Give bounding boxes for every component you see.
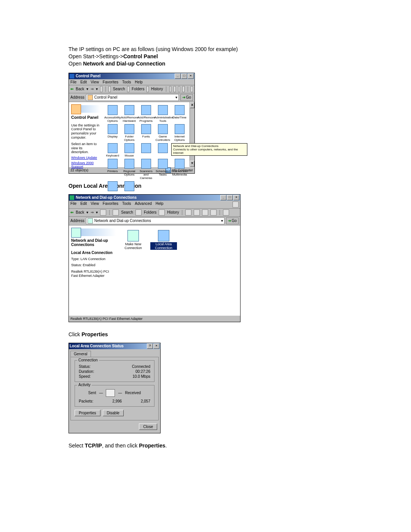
windows-update-link[interactable]: Windows Update	[71, 156, 100, 160]
windows-2000-support-link[interactable]: Windows 2000 Support	[71, 161, 100, 169]
history-button[interactable]: History	[151, 87, 163, 91]
cp-item-system[interactable]	[104, 181, 121, 192]
history-icon[interactable]	[159, 209, 165, 216]
folders-icon[interactable]	[127, 86, 129, 92]
cp-item-mouse[interactable]: Mouse	[121, 143, 138, 157]
menu-favorites[interactable]: Favorites	[103, 201, 118, 208]
moveto-icon[interactable]	[185, 209, 191, 216]
back-icon[interactable]: ⇐	[70, 87, 73, 91]
minimize-button[interactable]: _	[175, 73, 181, 79]
delete-icon[interactable]	[202, 209, 208, 216]
back-button[interactable]: Back	[76, 210, 84, 214]
scroll-up-icon[interactable]: ▲	[190, 102, 194, 108]
menu-file[interactable]: File	[70, 80, 76, 84]
views-icon[interactable]	[223, 209, 229, 216]
maximize-button[interactable]: □	[227, 195, 233, 200]
titlebar[interactable]: Local Area Connection Status ? ×	[69, 343, 160, 349]
properties-button[interactable]: Properties	[75, 410, 100, 416]
cp-item-internet-options[interactable]: Internet Options	[171, 124, 188, 142]
cp-item-add-hardware[interactable]: Add/Remove Hardware	[121, 105, 138, 123]
cp-item-scheduled-tasks[interactable]: Scheduled Tasks	[155, 159, 171, 180]
minimize-button[interactable]: _	[220, 195, 226, 200]
address-dropdown-icon[interactable]: ▾	[221, 219, 223, 223]
menu-favorites[interactable]: Favorites	[103, 80, 118, 84]
status-value: Connected	[132, 364, 150, 369]
search-icon[interactable]	[113, 209, 119, 216]
cp-item-users[interactable]	[121, 181, 138, 192]
menu-edit[interactable]: Edit	[80, 201, 87, 208]
connection-legend: Connection	[77, 358, 99, 362]
cp-item-accessibility[interactable]: Accessibility Options	[104, 105, 121, 123]
forward-icon[interactable]: ⇒	[91, 210, 94, 214]
menu-edit[interactable]: Edit	[80, 80, 87, 84]
go-button[interactable]: ➔ Go	[180, 94, 193, 101]
undo-icon[interactable]	[210, 209, 217, 216]
cp-item-regional[interactable]: Regional Options	[121, 159, 138, 180]
forward-icon[interactable]: ⇒	[91, 87, 94, 91]
delete-icon[interactable]	[178, 86, 180, 92]
search-button[interactable]: Search	[113, 87, 125, 91]
cp-item-network[interactable]	[138, 143, 155, 157]
cp-item-fonts[interactable]: Fonts	[138, 124, 155, 142]
local-area-connection[interactable]: Local Area Connection	[150, 230, 177, 250]
disable-button[interactable]: Disable	[103, 410, 124, 416]
cp-item-scanners[interactable]: Scanners and Cameras	[138, 159, 155, 180]
back-dropdown-icon[interactable]: ▾	[86, 210, 88, 214]
cp-item-folder-options[interactable]: Folder Options	[121, 124, 138, 142]
close-button[interactable]: ×	[153, 343, 159, 349]
titlebar[interactable]: Network and Dial-up Connections _ □ ×	[69, 195, 240, 201]
cp-item-datetime[interactable]: Date/Time	[171, 105, 188, 123]
address-field[interactable]: Control Panel ▾	[86, 94, 179, 101]
address-dropdown-icon[interactable]: ▾	[175, 95, 177, 99]
history-icon[interactable]	[147, 86, 149, 92]
cp-item-keyboard[interactable]: Keyboard	[104, 143, 121, 157]
undo-icon[interactable]	[182, 86, 185, 92]
cp-item-game-controllers[interactable]: Game Controllers	[155, 124, 171, 142]
folders-button[interactable]: Folders	[132, 87, 144, 91]
scroll-down-icon[interactable]: ▼	[190, 161, 194, 167]
cp-item-printers[interactable]: Printers	[104, 159, 121, 180]
copyto-icon[interactable]	[194, 209, 200, 216]
maximize-button[interactable]: □	[181, 73, 187, 79]
go-button[interactable]: ➔ Go	[226, 217, 239, 224]
up-icon[interactable]	[100, 209, 106, 216]
cp-item-add-programs[interactable]: Add/Remove Programs	[138, 105, 155, 123]
intro-line3: Open Network and Dial-up Connection	[68, 60, 342, 67]
back-button[interactable]: Back	[76, 87, 84, 91]
folders-icon[interactable]	[135, 209, 142, 216]
back-dropdown-icon[interactable]: ▾	[86, 87, 88, 91]
history-button[interactable]: History	[167, 210, 179, 214]
packets-label: Packets:	[79, 399, 93, 403]
cp-item-admin-tools[interactable]: Administrative Tools	[155, 105, 171, 123]
menu-help[interactable]: Help	[156, 201, 164, 208]
forward-dropdown-icon[interactable]: ▾	[96, 210, 98, 214]
menu-view[interactable]: View	[91, 80, 99, 84]
forward-dropdown-icon[interactable]: ▾	[96, 87, 98, 91]
close-dialog-button[interactable]: Close	[139, 423, 157, 430]
folders-button[interactable]: Folders	[144, 210, 156, 214]
close-button[interactable]: ×	[188, 73, 194, 79]
address-field[interactable]: Network and Dial-up Connections ▾	[86, 217, 225, 224]
help-button[interactable]: ?	[147, 343, 153, 349]
vertical-scrollbar[interactable]: ▲ ▼	[190, 102, 194, 167]
titlebar[interactable]: Control Panel _ □ ×	[69, 73, 194, 79]
back-icon[interactable]: ⇐	[70, 210, 73, 214]
views-icon[interactable]	[191, 86, 193, 92]
close-button[interactable]: ×	[233, 195, 239, 200]
menu-advanced[interactable]: Advanced	[135, 201, 151, 208]
search-button[interactable]: Search	[121, 210, 133, 214]
cp-item-sounds[interactable]: Sounds and Multimedia	[171, 159, 188, 180]
menu-tools[interactable]: Tools	[122, 80, 131, 84]
make-new-connection[interactable]: Make New Connection	[120, 230, 147, 250]
up-icon[interactable]	[100, 86, 102, 92]
moveto-icon[interactable]	[169, 86, 172, 92]
menu-file[interactable]: File	[70, 201, 76, 208]
menu-view[interactable]: View	[91, 201, 99, 208]
copyto-icon[interactable]	[174, 86, 176, 92]
menu-tools[interactable]: Tools	[122, 201, 131, 208]
cp-item-phone-modem[interactable]	[155, 143, 171, 157]
menu-help[interactable]: Help	[135, 80, 143, 84]
tab-general[interactable]: General	[70, 351, 91, 357]
cp-item-display[interactable]: Display	[104, 124, 121, 142]
search-icon[interactable]	[108, 86, 111, 92]
